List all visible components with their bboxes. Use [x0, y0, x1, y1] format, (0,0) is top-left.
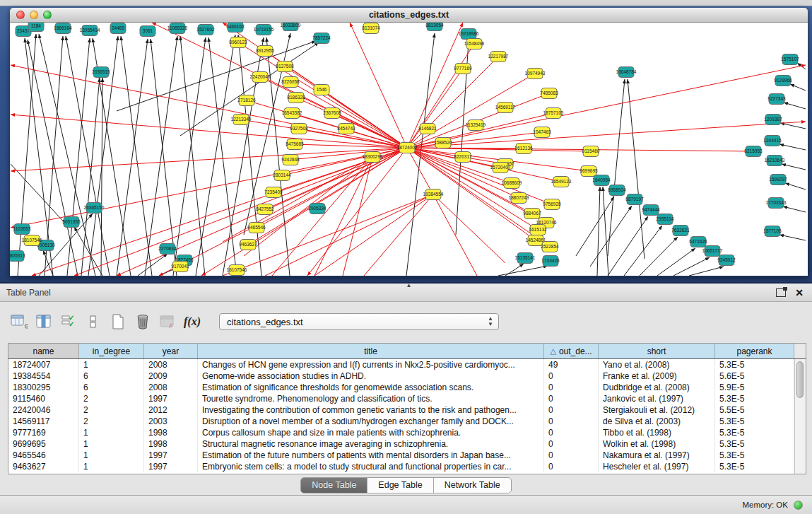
graph-node[interactable]: 1577105 — [763, 226, 782, 237]
graph-node[interactable]: 10719155 — [254, 25, 274, 35]
graph-node[interactable]: 10974943 — [525, 69, 546, 79]
table-row[interactable]: 1456911722003Disruption of a novel membe… — [8, 416, 806, 427]
graph-node[interactable]: 2905334 — [308, 204, 326, 214]
table-row[interactable]: 977716911998Corpus callosum shape and si… — [8, 427, 806, 438]
graph-node[interactable]: 7235409 — [264, 187, 283, 198]
graph-node[interactable]: 8131074 — [362, 23, 380, 34]
tab-node-table[interactable]: Node Table — [301, 478, 367, 493]
graph-node[interactable]: 18300295 — [363, 152, 383, 163]
graph-node[interactable]: 9115460 — [582, 146, 600, 157]
table-row[interactable]: 1872400712008Changes of HCN gene express… — [8, 359, 806, 370]
graph-node[interactable]: 9146821 — [418, 124, 437, 134]
graph-node[interactable]: 2522854 — [541, 242, 559, 252]
graph-node[interactable]: 19384554 — [423, 189, 444, 200]
graph-node[interactable]: 8186328 — [287, 93, 305, 103]
graph-node[interactable]: 5051355 — [62, 217, 81, 228]
close-button[interactable] — [16, 11, 25, 19]
select-columns-icon[interactable]: ✓✓ — [59, 313, 78, 331]
graph-node[interactable]: 2270634 — [158, 244, 177, 255]
row-options-icon[interactable] — [84, 313, 102, 331]
graph-node[interactable]: 9756928 — [543, 199, 561, 210]
column-header-short[interactable]: short — [599, 344, 715, 358]
graph-node[interactable]: 1209387 — [764, 115, 782, 125]
scrollbar-thumb[interactable] — [796, 361, 804, 398]
graph-node[interactable]: 15720407 — [490, 163, 511, 173]
graph-node[interactable]: 9327508 — [290, 124, 308, 134]
graph-node[interactable]: 8475685 — [286, 139, 304, 150]
table-row[interactable]: 946362711997Embryonic stem cells: a mode… — [8, 461, 806, 472]
graph-node[interactable]: 1244415 — [763, 136, 782, 146]
graph-node[interactable]: 1588520 — [434, 138, 452, 148]
graph-node[interactable]: 24465 — [110, 23, 126, 34]
table-row[interactable]: 1830029562008Estimation of significance … — [8, 382, 806, 393]
graph-node[interactable]: 1866184 — [54, 23, 72, 34]
graph-node[interactable]: 1733426 — [541, 256, 560, 267]
tab-edge-table[interactable]: Edge Table — [367, 478, 433, 493]
splitter-handle[interactable]: ▲ — [406, 282, 412, 288]
graph-node[interactable]: 1599297 — [769, 175, 787, 185]
graph-node[interactable]: 16210643 — [765, 156, 785, 166]
delete-table-icon[interactable] — [134, 313, 152, 331]
column-header-name[interactable]: name — [8, 344, 79, 358]
graph-node[interactable]: 8137508 — [276, 62, 294, 72]
graph-node[interactable]: 8958924 — [608, 185, 626, 196]
graph-node[interactable]: 16543382 — [282, 108, 302, 119]
graph-node[interactable]: 9884067 — [523, 209, 541, 219]
graph-node[interactable]: 3061 — [140, 26, 155, 37]
table-settings-icon[interactable]: ⚙ — [10, 313, 28, 331]
memory-status-indicator[interactable] — [794, 501, 803, 510]
graph-node[interactable]: 2036515 — [92, 67, 110, 78]
graph-node[interactable]: 16107546 — [227, 265, 247, 276]
graph-node[interactable]: 1805313 — [10, 251, 25, 262]
network-canvas[interactable]: 2343711841866184130554142446530611106532… — [10, 23, 806, 276]
graph-node[interactable]: 2367608 — [323, 108, 341, 119]
column-header-out-de-[interactable]: △out_de... — [544, 344, 599, 358]
graph-node[interactable]: 19218986 — [459, 29, 479, 40]
graph-node[interactable]: 16549123 — [551, 177, 572, 187]
graph-node[interactable]: 9129966 — [774, 76, 792, 86]
graph-node[interactable]: 9170041 — [171, 262, 189, 272]
graph-node[interactable]: 1102653 — [13, 224, 31, 235]
graph-node[interactable]: 7485083 — [540, 88, 558, 99]
graph-node[interactable]: 14569117 — [495, 103, 516, 113]
graph-node[interactable]: 1047463 — [533, 127, 551, 138]
graph-node[interactable]: 8454743 — [337, 124, 355, 134]
graph-node[interactable]: 17703343 — [766, 198, 787, 209]
float-panel-icon[interactable] — [776, 288, 786, 297]
column-header-year[interactable]: year — [144, 344, 198, 358]
graph-node[interactable]: 26365150 — [84, 203, 105, 214]
graph-node[interactable]: 8226058 — [281, 77, 300, 88]
graph-node[interactable]: 11548498 — [464, 39, 485, 49]
vertical-scrollbar[interactable] — [794, 359, 806, 474]
graph-node[interactable]: 1575107 — [781, 54, 799, 65]
graph-node[interactable]: 9777169 — [454, 64, 472, 74]
graph-node[interactable]: 8960123 — [229, 37, 247, 48]
tab-network-table[interactable]: Network Table — [434, 478, 511, 493]
graph-node[interactable]: 7632621 — [671, 226, 690, 236]
graph-node[interactable]: 1184 — [28, 23, 44, 32]
graph-node[interactable]: 12217987 — [488, 52, 509, 62]
new-table-icon[interactable] — [109, 313, 127, 331]
column-header-in-degree[interactable]: in_degree — [79, 344, 144, 358]
graph-node[interactable]: 11325419 — [466, 120, 486, 131]
graph-node[interactable]: 2803144 — [273, 170, 291, 181]
close-panel-icon[interactable]: ✕ — [795, 288, 804, 298]
graph-node[interactable]: 9245012 — [717, 255, 736, 266]
network-window-titlebar[interactable]: citations_edges.txt — [10, 8, 808, 23]
column-chooser-icon[interactable] — [35, 313, 53, 331]
function-builder-icon[interactable]: f(x) — [183, 313, 201, 331]
graph-node[interactable]: 1615132 — [529, 225, 547, 235]
graph-node[interactable]: 8215953 — [744, 146, 763, 157]
graph-node[interactable]: 18757105 — [543, 108, 564, 119]
graph-node[interactable]: 2718126 — [237, 95, 256, 106]
graph-node[interactable]: 18724007 — [397, 143, 418, 153]
column-header-pagerank[interactable]: pagerank — [715, 344, 794, 358]
graph-node[interactable]: 10688609 — [502, 178, 522, 189]
table-selector-dropdown[interactable]: citations_edges.txt ▲▼ — [219, 313, 499, 330]
zoom-button[interactable] — [43, 11, 52, 19]
graph-node[interactable]: 6471626 — [689, 237, 707, 247]
graph-node[interactable]: 8813054 — [425, 23, 444, 31]
column-header-title[interactable]: title — [198, 344, 544, 358]
graph-node[interactable]: 1612136 — [514, 144, 533, 154]
minimize-button[interactable] — [30, 11, 38, 19]
